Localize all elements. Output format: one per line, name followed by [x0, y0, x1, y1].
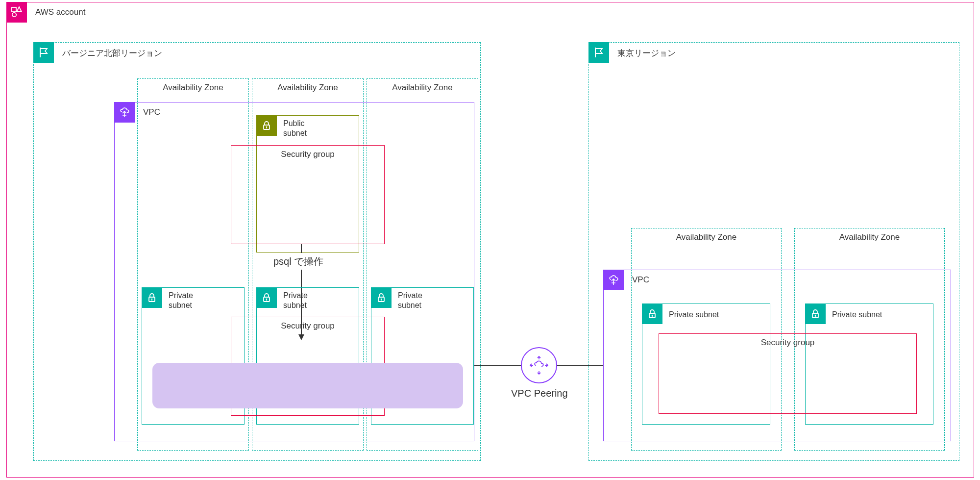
lock-icon	[642, 303, 662, 324]
vpc-label: VPC	[632, 275, 649, 285]
lock-icon	[142, 287, 162, 308]
security-group-right: Security group	[659, 333, 917, 414]
private-subnet-label: Private subnet	[398, 291, 422, 310]
private-subnet-label: Private subnet	[832, 310, 882, 320]
svg-point-8	[151, 299, 153, 300]
region-icon	[33, 42, 54, 63]
cluster-placeholder	[152, 363, 463, 408]
region-icon	[588, 42, 609, 63]
sg-label: Security group	[659, 338, 916, 348]
private-subnet-label: Private subnet	[283, 291, 308, 310]
lock-icon	[256, 115, 277, 136]
vpc-peering-label: VPC Peering	[511, 388, 568, 399]
az-label: Availability Zone	[795, 232, 944, 242]
aws-account-icon	[6, 2, 27, 23]
az-label: Availability Zone	[632, 232, 781, 242]
private-subnet-label: Private subnet	[169, 291, 193, 310]
svg-marker-1	[17, 7, 22, 12]
vpc-icon	[603, 270, 624, 290]
svg-point-21	[815, 315, 816, 316]
security-group-top: Security group	[231, 145, 385, 244]
az-label: Availability Zone	[252, 83, 363, 93]
vpc-peering-icon	[521, 347, 557, 383]
peer-line-left	[474, 365, 521, 366]
sg-label: Security group	[231, 321, 384, 331]
region-left-label: バージニア北部リージョン	[62, 48, 162, 59]
lock-icon	[371, 287, 392, 308]
lock-icon	[805, 303, 826, 324]
aws-account-label: AWS account	[35, 7, 85, 17]
region-right-label: 東京リージョン	[617, 48, 676, 59]
svg-rect-0	[12, 7, 16, 12]
svg-point-2	[12, 13, 16, 17]
vpc-label: VPC	[143, 107, 160, 117]
svg-point-11	[266, 299, 268, 300]
public-subnet-label: Public subnet	[283, 119, 307, 138]
lock-icon	[256, 287, 277, 308]
svg-point-5	[266, 126, 268, 128]
az-label: Availability Zone	[367, 83, 478, 93]
az-label: Availability Zone	[138, 83, 248, 93]
private-subnet-label: Private subnet	[669, 310, 719, 320]
sg-label: Security group	[231, 150, 384, 159]
svg-point-18	[652, 315, 653, 316]
psql-label: psql で操作	[273, 255, 323, 268]
svg-point-14	[381, 299, 382, 300]
vpc-icon	[114, 102, 135, 123]
